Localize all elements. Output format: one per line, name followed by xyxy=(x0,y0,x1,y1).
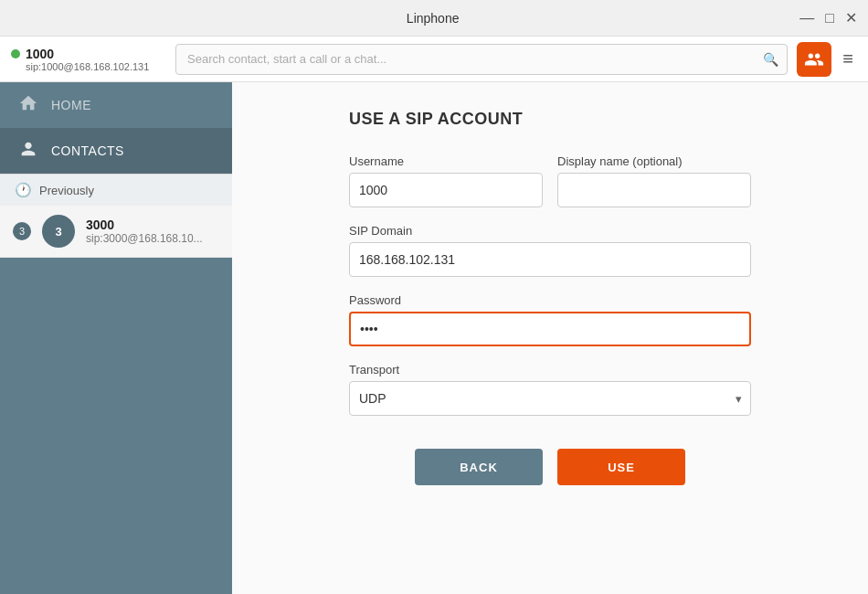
form-row-transport: Transport UDP TCP TLS ▾ xyxy=(349,363,751,416)
password-input[interactable] xyxy=(349,312,751,346)
status-indicator xyxy=(11,49,20,58)
list-item[interactable]: 3 3 3000 sip:3000@168.168.10... xyxy=(0,206,232,258)
main-content: HOME CONTACTS 🕐 Previously 3 3 xyxy=(0,82,868,594)
form-row-name: Username Display name (optional) xyxy=(349,154,751,207)
back-button[interactable]: BACK xyxy=(415,449,543,485)
sidebar-item-home-label: HOME xyxy=(51,98,91,112)
app-title: Linphone xyxy=(66,11,799,26)
contact-sip: sip:3000@168.168.10... xyxy=(86,232,219,245)
avatar: 3 xyxy=(42,215,75,248)
form-row-sip-domain: SIP Domain xyxy=(349,224,751,277)
topbar: 1000 sip:1000@168.168.102.131 🔍 ≡ xyxy=(0,37,868,82)
user-status: 1000 sip:1000@168.168.102.131 xyxy=(11,47,166,72)
form-group-display-name: Display name (optional) xyxy=(557,154,751,207)
window-controls: — □ ✕ xyxy=(799,11,857,26)
right-panel: USE A SIP ACCOUNT Username Display name … xyxy=(232,82,868,594)
sidebar: HOME CONTACTS 🕐 Previously 3 3 xyxy=(0,82,232,594)
contact-name: 3000 xyxy=(86,217,219,232)
password-label: Password xyxy=(349,293,751,307)
sidebar-item-home[interactable]: HOME xyxy=(0,82,232,128)
form-group-transport: Transport UDP TCP TLS ▾ xyxy=(349,363,751,416)
menu-button[interactable]: ≡ xyxy=(839,45,857,73)
sidebar-item-contacts-label: CONTACTS xyxy=(51,143,124,158)
form-group-password: Password xyxy=(349,293,751,346)
clock-icon: 🕐 xyxy=(15,182,32,198)
topbar-right: ≡ xyxy=(797,42,857,77)
transport-label: Transport xyxy=(349,363,751,377)
maximize-button[interactable]: □ xyxy=(825,11,834,26)
sip-form: USE A SIP ACCOUNT Username Display name … xyxy=(349,110,751,485)
form-group-sip-domain: SIP Domain xyxy=(349,224,751,277)
contact-badge: 3 xyxy=(13,222,31,240)
previously-label: Previously xyxy=(39,184,94,197)
titlebar: Linphone — □ ✕ xyxy=(0,0,868,37)
user-sip: sip:1000@168.168.102.131 xyxy=(11,61,166,72)
username-input[interactable] xyxy=(349,173,543,207)
previously-header: 🕐 Previously xyxy=(0,174,232,206)
username-label: Username xyxy=(349,154,543,168)
sip-domain-label: SIP Domain xyxy=(349,224,751,238)
user-name-row: 1000 xyxy=(11,47,166,61)
form-group-username: Username xyxy=(349,154,543,207)
form-actions: BACK USE xyxy=(349,449,751,485)
home-icon xyxy=(18,93,38,118)
display-name-label: Display name (optional) xyxy=(557,154,751,168)
user-name: 1000 xyxy=(26,47,54,61)
sidebar-item-contacts[interactable]: CONTACTS xyxy=(0,128,232,174)
close-button[interactable]: ✕ xyxy=(845,11,857,26)
search-bar: 🔍 xyxy=(175,44,788,75)
minimize-button[interactable]: — xyxy=(799,11,814,26)
display-name-input[interactable] xyxy=(557,173,751,207)
search-icon: 🔍 xyxy=(763,52,778,67)
form-row-password: Password xyxy=(349,293,751,346)
contact-info: 3000 sip:3000@168.168.10... xyxy=(86,217,219,245)
contacts-group-icon xyxy=(804,49,824,69)
form-title: USE A SIP ACCOUNT xyxy=(349,110,751,129)
use-button[interactable]: USE xyxy=(557,449,685,485)
search-input[interactable] xyxy=(175,44,788,75)
contacts-group-button[interactable] xyxy=(797,42,831,77)
transport-select[interactable]: UDP TCP TLS xyxy=(349,381,751,416)
app-body: 1000 sip:1000@168.168.102.131 🔍 ≡ xyxy=(0,37,868,594)
contacts-icon xyxy=(18,139,38,164)
sip-domain-input[interactable] xyxy=(349,242,751,277)
transport-select-wrapper: UDP TCP TLS ▾ xyxy=(349,381,751,416)
